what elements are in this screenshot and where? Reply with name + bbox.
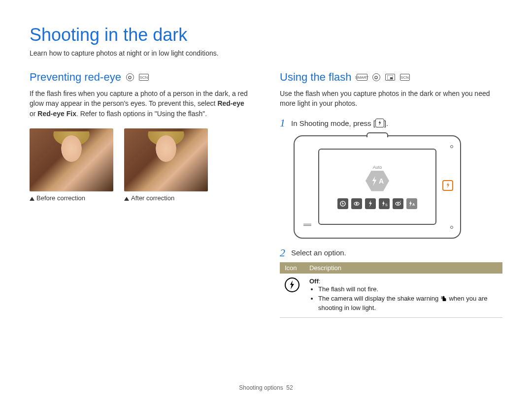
program-mode-icon: [372, 73, 380, 81]
flash-fill-icon[interactable]: [365, 198, 376, 209]
redeye-fix-icon[interactable]: [393, 198, 403, 209]
flash-option-strip: S A: [337, 198, 417, 209]
step-2-text: Select an option.: [291, 247, 346, 257]
redeye-body: If the flash fires when you capture a ph…: [30, 89, 252, 119]
svg-text:A: A: [412, 203, 415, 206]
svg-point-6: [356, 203, 358, 205]
svg-point-9: [398, 203, 399, 204]
svg-point-0: [129, 76, 131, 78]
svg-text:S: S: [385, 203, 388, 207]
step-number: 1: [280, 118, 285, 128]
step-number: 2: [280, 247, 285, 258]
photo-after-correction: [124, 128, 208, 191]
flash-options-table: Icon Description Off:: [280, 262, 502, 318]
step-2: 2 Select an option.: [280, 247, 502, 258]
svg-rect-3: [390, 77, 393, 79]
flash-body: Use the flash when you capture photos in…: [280, 89, 502, 109]
option-bullet: The camera will display the shake warnin…: [318, 294, 498, 312]
shake-warning-icon: [440, 294, 447, 304]
scene-mode-icon: SCN: [139, 74, 149, 81]
step-1: 1 In Shooting mode, press [].: [280, 118, 502, 128]
camera-indicator-icon: [450, 226, 453, 229]
right-column: Using the flash SMART SCN Use the flash …: [280, 71, 502, 318]
svg-point-1: [375, 76, 377, 78]
scene-mode-icon: SCN: [400, 74, 410, 81]
flash-auto-large-icon: A: [366, 171, 389, 191]
table-row: Off: The flash will not fire. The camera…: [280, 274, 502, 317]
page-title: Shooting in the dark: [30, 25, 502, 45]
table-header-icon: Icon: [280, 262, 304, 274]
left-column: Preventing red-eye SCN If the flash fire…: [30, 71, 252, 318]
smart-auto-mode-icon: SMART: [357, 74, 367, 81]
flash-hardware-button[interactable]: [442, 180, 453, 191]
picture-in-picture-mode-icon: [385, 74, 395, 81]
triangle-marker-icon: [124, 197, 129, 201]
flash-auto-icon[interactable]: A: [406, 198, 417, 209]
option-label: Off:: [309, 278, 498, 285]
photo-before-correction: [30, 128, 113, 191]
camera-illustration: Auto A S A: [294, 135, 461, 239]
redeye-icon[interactable]: [351, 198, 362, 209]
program-mode-icon: [126, 73, 134, 81]
flash-off-icon: [285, 278, 299, 292]
caption-after: After correction: [124, 194, 208, 202]
camera-screen: Auto A S A: [318, 149, 436, 225]
camera-grip-icon: [303, 224, 311, 226]
flash-off-icon[interactable]: [337, 198, 348, 209]
svg-line-10: [400, 201, 401, 202]
section-title-flash: Using the flash: [280, 71, 352, 84]
section-title-redeye: Preventing red-eye: [30, 71, 121, 84]
page-subtitle: Learn how to capture photos at night or …: [30, 49, 502, 57]
step-1-text: In Shooting mode, press [].: [291, 118, 388, 127]
triangle-marker-icon: [30, 197, 34, 201]
flash-button-icon: [375, 119, 384, 127]
camera-indicator-icon: [450, 145, 453, 148]
flash-slow-icon[interactable]: S: [379, 198, 390, 209]
page-footer: Shooting options 52: [0, 384, 532, 391]
option-bullet: The flash will not fire.: [318, 285, 498, 294]
flash-mode-label: Auto: [373, 165, 382, 170]
caption-before: Before correction: [30, 194, 113, 202]
table-header-description: Description: [304, 262, 502, 274]
